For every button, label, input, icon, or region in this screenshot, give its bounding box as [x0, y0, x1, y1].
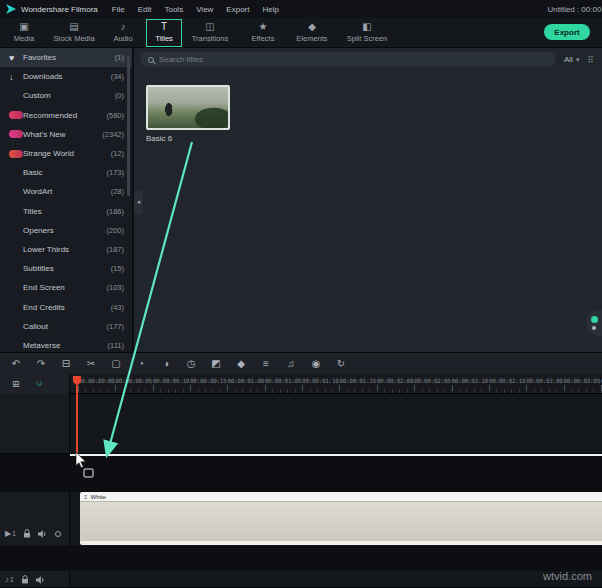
titles-library-panel: All ▾ ⠿ Basic 6 [134, 48, 602, 352]
sidebar-item-wordart[interactable]: WordArt(28) [0, 182, 132, 201]
search-box [140, 52, 556, 67]
split-icon[interactable]: ✂ [85, 358, 97, 370]
project-title: Untitled : 00:00:2 [548, 5, 602, 14]
sidebar-item-end-screen[interactable]: End Screen(103) [0, 278, 132, 297]
sidebar-item-callout[interactable]: Callout(177) [0, 317, 132, 336]
collapse-panel-button[interactable]: ◂ [134, 190, 143, 214]
mute-track-button[interactable] [38, 530, 48, 538]
snap-icon[interactable]: ∩ [36, 379, 43, 389]
video-track-controls: ▶1 [5, 529, 61, 538]
sidebar-item-recommended[interactable]: Recommended(580) [0, 106, 132, 125]
timeline-ruler[interactable]: 00:00:00:0000:00:00:0500:00:00:1000:00:0… [70, 374, 602, 394]
elements-icon: ◆ [308, 22, 316, 32]
audio-track-icon: ♪1 [5, 575, 14, 584]
search-input[interactable] [159, 55, 548, 64]
menu-edit[interactable]: Edit [138, 5, 152, 14]
ruler-tick: 00:00:00:00 [78, 377, 114, 384]
audio-track-lane[interactable] [70, 571, 602, 588]
view-options-icon[interactable]: ⠿ [587, 55, 594, 65]
ruler-tick: 00:00:01:10 [302, 377, 338, 384]
menu-file[interactable]: File [112, 5, 125, 14]
timeline-left-tools: ⊞∩ [0, 374, 70, 394]
video-track-empty [0, 394, 602, 454]
badge-pill [9, 150, 23, 158]
menu-bar: FileEditToolsViewExportHelp [112, 5, 279, 14]
app-logo-icon [6, 4, 16, 14]
sidebar-item-what-s-new[interactable]: What's New(2342) [0, 125, 132, 144]
marker-icon[interactable]: ◉ [310, 358, 322, 370]
ruler-tick: 00:00:00:05 [115, 377, 151, 384]
sidebar-item-titles[interactable]: Titles(186) [0, 202, 132, 221]
clip-grip-icon: ≡ [84, 494, 88, 500]
menu-tools[interactable]: Tools [164, 5, 183, 14]
adjust-icon[interactable]: ≡ [260, 358, 272, 370]
title-thumbnail-basic6[interactable] [146, 85, 230, 130]
timeline-clip-white[interactable]: ≡ White [80, 492, 602, 545]
media-icon: ▣ [19, 22, 28, 32]
tab-titles[interactable]: TTitles [146, 19, 182, 47]
hot-badge [9, 111, 23, 119]
lock-track-button[interactable] [23, 529, 31, 538]
menu-view[interactable]: View [196, 5, 213, 14]
render-icon[interactable]: ↻ [335, 358, 347, 370]
tab-audio[interactable]: ♪Audio [100, 19, 146, 47]
lock-track-button[interactable] [21, 575, 29, 584]
sidebar-item-end-credits[interactable]: End Credits(43) [0, 297, 132, 316]
duration-icon[interactable]: ◷ [185, 358, 197, 370]
tab-media[interactable]: ▣Media [0, 19, 48, 47]
crop-icon[interactable]: ▢ [110, 358, 122, 370]
tab-stock-media[interactable]: ▤Stock Media [48, 19, 100, 47]
thumbnail-label: Basic 6 [146, 134, 172, 143]
menu-help[interactable]: Help [262, 5, 278, 14]
titlebar: Wondershare Filmora FileEditToolsViewExp… [0, 0, 602, 18]
sidebar-item-strange-world[interactable]: Strange World(12) [0, 144, 132, 163]
sidebar-item-metaverse[interactable]: Metaverse(111) [0, 336, 132, 352]
hot-badge [9, 130, 23, 138]
detach-audio-icon[interactable]: ♫ [285, 358, 297, 370]
audio-track-controls: ♪1 [5, 575, 46, 584]
sidebar-item-downloads[interactable]: ↓Downloads(34) [0, 67, 132, 86]
green-screen-icon[interactable]: ◩ [210, 358, 222, 370]
track-lane-empty[interactable] [70, 394, 602, 454]
undo-icon[interactable]: ↶ [10, 358, 22, 370]
titles-category-sidebar: ♥Favorites(1)↓Downloads(34)Custom(0)Reco… [0, 48, 133, 352]
mute-track-button[interactable] [36, 576, 46, 584]
ruler-tick: 00:00:01:15 [339, 377, 375, 384]
gray-dot-icon [592, 326, 596, 330]
redo-icon[interactable]: ↷ [35, 358, 47, 370]
delete-icon[interactable]: ⊟ [60, 358, 72, 370]
sidebar-item-subtitles[interactable]: Subtitles(15) [0, 259, 132, 278]
watermark: wtvid.com [543, 570, 592, 582]
chevron-down-icon: ▾ [576, 56, 580, 64]
sidebar-item-custom[interactable]: Custom(0) [0, 86, 132, 105]
ruler-tick: 00:00:00:15 [190, 377, 226, 384]
filter-dropdown[interactable]: All ▾ [564, 55, 579, 64]
hot-badge [9, 150, 23, 158]
sidebar-item-favorites[interactable]: ♥Favorites(1) [0, 48, 132, 67]
ruler-tick: 00:00:02:15 [489, 377, 525, 384]
sidebar-item-basic[interactable]: Basic(173) [0, 163, 132, 182]
tab-split-screen[interactable]: ◧Split Screen [336, 19, 398, 47]
timeline-toolbar: ↶↷⊟✂▢◔◑◷◩◆≡♫◉↻ [0, 352, 602, 374]
playhead-line [76, 386, 78, 454]
badge-pill [9, 111, 23, 119]
menu-export[interactable]: Export [226, 5, 249, 14]
keyframe-icon[interactable]: ◆ [235, 358, 247, 370]
sidebar-scrollbar[interactable] [127, 56, 130, 196]
split-screen-icon: ◧ [362, 22, 371, 32]
ruler-tick: 00:00:03:00 [526, 377, 562, 384]
sidebar-item-lower-thirds[interactable]: Lower Thirds(187) [0, 240, 132, 259]
export-button[interactable]: Export [544, 24, 590, 40]
clip-body [80, 501, 602, 541]
color-icon[interactable]: ◑ [160, 358, 172, 370]
tab-elements[interactable]: ◆Elements [288, 19, 336, 47]
manage-tracks-icon[interactable]: ⊞ [12, 379, 20, 389]
video-track-lane[interactable]: ≡ White [70, 492, 602, 547]
thumbnail-preview-image [148, 87, 228, 128]
search-row: All ▾ ⠿ [140, 52, 594, 67]
sidebar-item-openers[interactable]: Openers(200) [0, 221, 132, 240]
tab-effects[interactable]: ★Effects [238, 19, 288, 47]
speed-icon[interactable]: ◔ [135, 358, 147, 370]
hide-track-button[interactable] [55, 531, 61, 537]
tab-transitions[interactable]: ◫Transitions [182, 19, 238, 47]
